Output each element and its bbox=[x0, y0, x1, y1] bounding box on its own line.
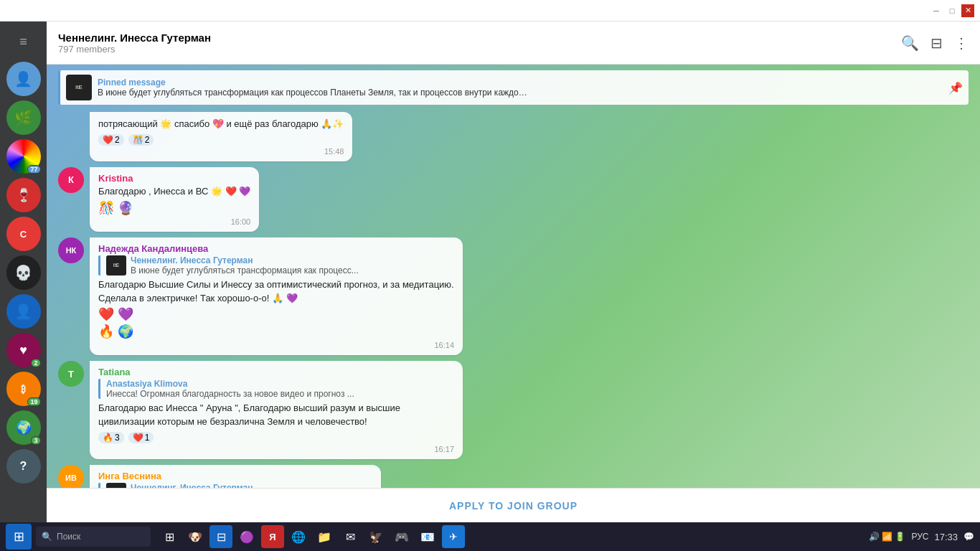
quote-content-4: Anastasiya Klimova Инесса! Огромная благ… bbox=[106, 379, 354, 399]
message-3: НК Надежда Кандалинцева ItE Ченнелинг. И… bbox=[58, 237, 969, 356]
search-label: Поиск bbox=[57, 532, 80, 542]
sidebar-avatar-6[interactable]: 💀 bbox=[6, 255, 41, 290]
app-container: ≡ 👤 🌿 77 🍷 C 💀 👤 ♥ bbox=[0, 22, 980, 522]
language-indicator: РУС bbox=[911, 532, 928, 542]
msg-emoji-3b: 🔥 🌍 bbox=[98, 324, 454, 339]
quote-5: ItE Ченнелинг. Инесса Гутерман В июне бу… bbox=[98, 483, 372, 488]
pin-icon[interactable]: 📌 bbox=[948, 81, 963, 95]
clock-time: 17:33 bbox=[934, 532, 958, 542]
msg-name-tatiana: Tatiana bbox=[98, 367, 454, 377]
msg-time-3: 16:14 bbox=[98, 341, 454, 349]
taskbar-app-game[interactable]: 🎮 bbox=[390, 525, 413, 548]
header-info: Ченнелинг. Инесса Гутерман 797 members bbox=[58, 32, 892, 55]
msg-time-1: 15:48 bbox=[98, 147, 344, 156]
quote-name-3: Ченнелинг. Инесса Гутерман bbox=[131, 255, 359, 265]
avatar-inga: ИВ bbox=[58, 465, 84, 488]
bubble-5: Инга Веснина ItE Ченнелинг. Инесса Гутер… bbox=[90, 465, 381, 488]
header-actions: 🔍 ⊟ ⋮ bbox=[901, 34, 969, 52]
quote-name-4: Anastasiya Klimova bbox=[106, 379, 354, 389]
sidebar: ≡ 👤 🌿 77 🍷 C 💀 👤 ♥ bbox=[0, 22, 47, 522]
chat-title: Ченнелинг. Инесса Гутерман bbox=[58, 32, 892, 44]
msg-body-4: Благодарю вас Инесса " Аруна ", Благодар… bbox=[98, 402, 454, 429]
taskbar-app-mail[interactable]: ✉ bbox=[339, 525, 362, 548]
taskbar-app-mailu2[interactable]: 🦅 bbox=[364, 525, 387, 548]
messages-area: ItE Pinned message В июне будет углублят… bbox=[47, 65, 980, 488]
sidebar-avatar-4[interactable]: 🍷 bbox=[6, 178, 41, 212]
taskbar-search[interactable]: 🔍 Поиск bbox=[36, 527, 151, 547]
join-button[interactable]: APPLY TO JOIN GROUP bbox=[449, 500, 578, 512]
chat-header: Ченнелинг. Инесса Гутерман 797 members 🔍… bbox=[47, 22, 980, 65]
search-icon[interactable]: 🔍 bbox=[901, 34, 919, 52]
taskbar-app-windows[interactable]: ⊟ bbox=[209, 525, 232, 548]
pinned-message-bar[interactable]: ItE Pinned message В июне будет углублят… bbox=[58, 70, 969, 105]
quote-content-3: Ченнелинг. Инесса Гутерман В июне будет … bbox=[131, 255, 359, 276]
message-1: потрясающий 🌟 спасибо 💖 и ещё раз благод… bbox=[58, 112, 969, 161]
badge-3: 77 bbox=[27, 165, 40, 174]
msg-body-3: Благодарю Высшие Силы и Инессу за оптими… bbox=[98, 278, 454, 306]
close-button[interactable]: ✕ bbox=[961, 4, 974, 17]
message-4: T Tatiana Anastasiya Klimova Инесса! Огр… bbox=[58, 361, 969, 459]
taskbar-apps: ⊞ 🐶 ⊟ 🟣 Я 🌐 📁 ✉ 🦅 🎮 📧 ✈ bbox=[158, 525, 465, 548]
taskbar-app-edge[interactable]: 🌐 bbox=[287, 525, 310, 548]
avatar-tatiana: T bbox=[58, 361, 84, 387]
reaction-heart-4[interactable]: ❤️ 1 bbox=[128, 432, 154, 443]
msg-name-kristina: Kristina bbox=[98, 173, 250, 184]
quote-text-4: Инесса! Огромная благодарность за новое … bbox=[106, 389, 354, 399]
message-2: К Kristina Благодарю , Инесса и ВС 🌟 ❤️ … bbox=[58, 167, 969, 232]
badge-9: 19 bbox=[27, 397, 40, 406]
reaction-party[interactable]: 🎊 2 bbox=[128, 134, 154, 146]
taskbar-app-pet[interactable]: 🐶 bbox=[184, 525, 207, 548]
avatar-kristina: К bbox=[58, 167, 84, 193]
start-button[interactable]: ⊞ bbox=[6, 524, 32, 550]
badge-8: 2 bbox=[31, 359, 40, 367]
pinned-thumbnail: ItE bbox=[66, 75, 92, 100]
sidebar-avatar-1[interactable]: 👤 bbox=[6, 62, 41, 96]
notification-icon[interactable]: 💬 bbox=[963, 532, 974, 542]
taskbar-app-yandex[interactable]: Я bbox=[261, 525, 284, 548]
quote-thumb-5: ItE bbox=[106, 483, 126, 488]
sidebar-menu-button[interactable]: ≡ bbox=[9, 27, 38, 56]
taskbar-app-purple[interactable]: 🟣 bbox=[235, 525, 258, 548]
reactions-4: 🔥 3 ❤️ 1 bbox=[98, 432, 454, 443]
badge-10: 3 bbox=[31, 436, 40, 445]
taskbar: ⊞ 🔍 Поиск ⊞ 🐶 ⊟ 🟣 Я 🌐 📁 ✉ 🦅 🎮 📧 ✈ 🔊 📶 🔋 … bbox=[0, 522, 980, 551]
reaction-heart[interactable]: ❤️ 2 bbox=[98, 134, 124, 146]
reaction-fire[interactable]: 🔥 3 bbox=[98, 432, 124, 443]
msg-time-2: 16:00 bbox=[98, 217, 250, 226]
sidebar-avatar-11[interactable]: ? bbox=[6, 449, 41, 484]
taskbar-app-folder[interactable]: 📁 bbox=[313, 525, 336, 548]
msg-emoji-2: 🎊 🔮 bbox=[98, 200, 250, 216]
msg-time-4: 16:17 bbox=[98, 445, 454, 453]
columns-icon[interactable]: ⊟ bbox=[930, 34, 943, 52]
minimize-button[interactable]: ─ bbox=[930, 4, 943, 17]
maximize-button[interactable]: □ bbox=[946, 4, 958, 17]
bubble-3: Надежда Кандалинцева ItE Ченнелинг. Инес… bbox=[90, 237, 463, 356]
taskbar-app-msg[interactable]: 📧 bbox=[416, 525, 439, 548]
sidebar-avatar-7[interactable]: 👤 bbox=[6, 294, 41, 329]
pinned-text: Pinned message В июне будет углубляться … bbox=[98, 77, 943, 98]
quote-name-5: Ченнелинг. Инесса Гутерман bbox=[131, 483, 359, 488]
bubble-4: Tatiana Anastasiya Klimova Инесса! Огром… bbox=[90, 361, 463, 459]
taskbar-right: 🔊 📶 🔋 РУС 17:33 💬 bbox=[869, 532, 974, 542]
reactions-1: ❤️ 2 🎊 2 bbox=[98, 134, 344, 146]
taskbar-app-telegram[interactable]: ✈ bbox=[442, 525, 465, 548]
taskbar-app-grid[interactable]: ⊞ bbox=[158, 525, 181, 548]
pinned-body: В июне будет углубляться трансформация к… bbox=[98, 88, 528, 98]
msg-body-1: потрясающий 🌟 спасибо 💖 и ещё раз благод… bbox=[98, 118, 344, 131]
sidebar-avatar-2[interactable]: 🌿 bbox=[6, 100, 41, 135]
msg-name-inga: Инга Веснина bbox=[98, 471, 372, 481]
join-bar: APPLY TO JOIN GROUP bbox=[47, 488, 980, 522]
quote-3: ItE Ченнелинг. Инесса Гутерман В июне бу… bbox=[98, 255, 454, 276]
sidebar-avatar-5[interactable]: C bbox=[6, 217, 41, 251]
msg-name-nadezhda: Надежда Кандалинцева bbox=[98, 243, 454, 254]
search-icon-taskbar: 🔍 bbox=[42, 532, 52, 542]
chat-main: Ченнелинг. Инесса Гутерман 797 members 🔍… bbox=[47, 22, 980, 522]
quote-4: Anastasiya Klimova Инесса! Огромная благ… bbox=[98, 379, 454, 399]
taskbar-clock: 17:33 bbox=[934, 532, 958, 542]
quote-text-3: В июне будет углубляться трансформация к… bbox=[131, 265, 359, 276]
more-icon[interactable]: ⋮ bbox=[954, 34, 969, 52]
avatar-nadezhda: НК bbox=[58, 237, 84, 263]
quote-thumb-3: ItE bbox=[106, 255, 126, 276]
message-5: ИВ Инга Веснина ItE Ченнелинг. Инесса Гу… bbox=[58, 465, 969, 488]
quote-content-5: Ченнелинг. Инесса Гутерман В июне будет … bbox=[131, 483, 359, 488]
